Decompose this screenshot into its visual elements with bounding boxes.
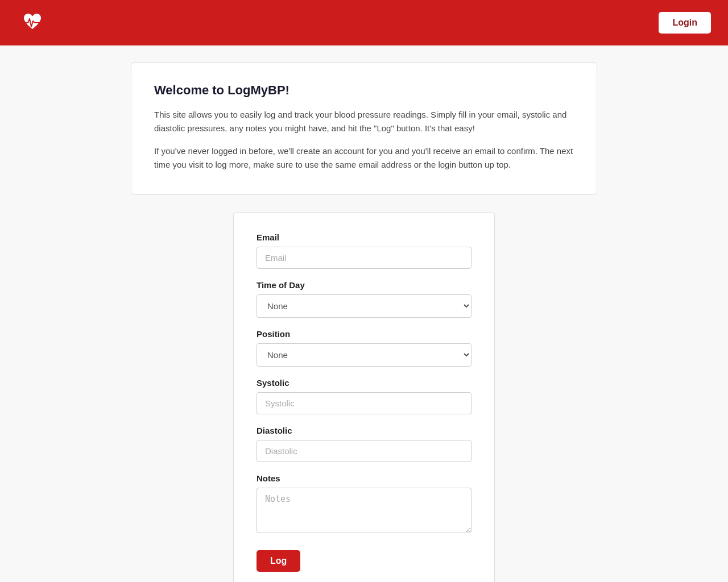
logo bbox=[17, 7, 48, 38]
welcome-paragraph-1: This site allows you to easily log and t… bbox=[154, 108, 574, 135]
log-button[interactable]: Log bbox=[257, 550, 300, 572]
logo-icon bbox=[17, 7, 48, 38]
welcome-card: Welcome to LogMyBP! This site allows you… bbox=[131, 63, 597, 195]
email-label: Email bbox=[257, 232, 471, 242]
time-of-day-label: Time of Day bbox=[257, 280, 471, 290]
diastolic-input[interactable] bbox=[257, 440, 471, 462]
header: Login bbox=[0, 0, 728, 45]
systolic-input[interactable] bbox=[257, 392, 471, 414]
diastolic-label: Diastolic bbox=[257, 426, 471, 435]
email-input[interactable] bbox=[257, 247, 471, 269]
email-group: Email bbox=[257, 232, 471, 269]
notes-group: Notes bbox=[257, 473, 471, 535]
main-content: Welcome to LogMyBP! This site allows you… bbox=[119, 45, 609, 582]
notes-label: Notes bbox=[257, 473, 471, 483]
position-label: Position bbox=[257, 329, 471, 339]
systolic-group: Systolic bbox=[257, 378, 471, 414]
welcome-title: Welcome to LogMyBP! bbox=[154, 83, 574, 98]
time-of-day-select[interactable]: None Morning Afternoon Evening Night bbox=[257, 294, 471, 318]
login-button[interactable]: Login bbox=[659, 12, 711, 34]
position-group: Position None Sitting Standing Lying Dow… bbox=[257, 329, 471, 367]
log-form-card: Email Time of Day None Morning Afternoon… bbox=[233, 212, 495, 582]
welcome-paragraph-2: If you've never logged in before, we'll … bbox=[154, 144, 574, 172]
notes-textarea[interactable] bbox=[257, 488, 471, 533]
position-select[interactable]: None Sitting Standing Lying Down bbox=[257, 343, 471, 367]
time-of-day-group: Time of Day None Morning Afternoon Eveni… bbox=[257, 280, 471, 318]
diastolic-group: Diastolic bbox=[257, 426, 471, 462]
systolic-label: Systolic bbox=[257, 378, 471, 388]
